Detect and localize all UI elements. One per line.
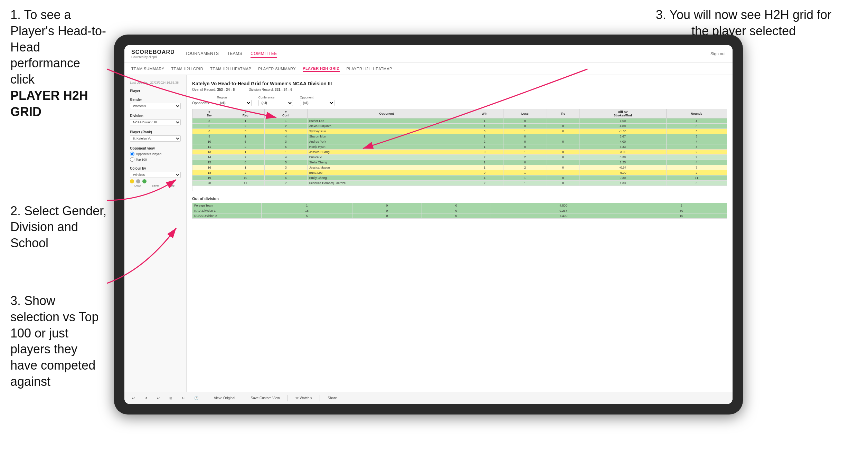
nav-committee[interactable]: COMMITTEE	[251, 50, 277, 58]
undo-btn[interactable]: ↩	[130, 395, 137, 401]
left-instructions: 1. To see a Player's Head-to-Head perfor…	[0, 0, 117, 407]
cell-rounds: 3	[666, 129, 727, 134]
out-cell-tie: 0	[422, 208, 491, 213]
filter-region-label: Region	[217, 96, 252, 99]
division-section: Division NCAA Division III NCAA Division…	[130, 114, 181, 125]
step1-text: 1. To see a Player's Head-to-Head perfor…	[10, 7, 107, 88]
watch-btn[interactable]: 👁 Watch ▾	[293, 395, 314, 401]
save-custom-view-btn[interactable]: Save Custom View	[249, 395, 282, 401]
cell-rounds: 3	[666, 144, 727, 150]
clock-btn[interactable]: 🕐	[192, 395, 200, 401]
out-cell-name: NAIA Division 1	[192, 208, 262, 213]
cell-reg: 1	[226, 150, 264, 155]
sub-nav-team-h2h-grid[interactable]: TEAM H2H GRID	[171, 66, 204, 72]
cell-win: 0	[466, 170, 503, 175]
sub-nav-team-h2h-heatmap[interactable]: TEAM H2H HEATMAP	[210, 66, 251, 72]
opponent-radio-group: Opponents Played Top 100	[130, 152, 181, 162]
cell-loss: 1	[503, 150, 547, 155]
sub-nav-player-h2h-heatmap[interactable]: PLAYER H2H HEATMAP	[347, 66, 392, 72]
cell-win: 1	[466, 165, 503, 170]
col-loss: Loss	[503, 109, 547, 118]
dot-up	[142, 179, 147, 183]
colour-legend-section: Colour by Win/loss Down Level Up	[130, 166, 181, 187]
table-row: 1613 Jessica Mason 120 -0.947	[192, 165, 727, 170]
crop-btn[interactable]: ⊞	[167, 395, 174, 401]
cell-conf: 1	[264, 118, 307, 124]
col-reg: #Reg	[226, 109, 264, 118]
sub-nav-player-h2h-grid[interactable]: PLAYER H2H GRID	[303, 66, 340, 72]
filter-opponent-select[interactable]: (All)	[300, 100, 334, 106]
cell-loss: 0	[503, 134, 547, 139]
table-row: 1311 Jessica Huang 010 -3.002	[192, 150, 727, 155]
undo2-btn[interactable]: ↩	[155, 395, 162, 401]
redo-btn[interactable]: ↺	[142, 395, 149, 401]
cell-win: 2	[466, 139, 503, 144]
colour-by-select[interactable]: Win/loss	[130, 172, 181, 178]
nav-teams[interactable]: TEAMS	[227, 50, 243, 58]
refresh-btn[interactable]: ↻	[180, 395, 187, 401]
cell-name: Jessica Huang	[307, 150, 466, 155]
radio-top-100[interactable]: Top 100	[130, 157, 181, 162]
cell-diff: 1.25	[579, 160, 666, 165]
step3-right-block: 3. You will now see H2H grid for the pla…	[647, 0, 840, 39]
sidebar: Last Updated: 27/03/2024 16:55:38 Player…	[124, 75, 187, 392]
cell-loss: 0	[503, 118, 547, 124]
filter-conference: Conference (All)	[258, 96, 293, 106]
legend-up: Up	[165, 184, 181, 187]
logo-text: SCOREBOARD	[131, 49, 175, 55]
sub-nav-team-summary[interactable]: TEAM SUMMARY	[131, 66, 164, 72]
cell-diff: 4.00	[579, 139, 666, 144]
radio-top-100-input[interactable]	[130, 157, 134, 162]
cell-reg: 1	[226, 134, 264, 139]
step3-left-block: 3. Show selection vs Top 100 or just pla…	[10, 293, 107, 390]
cell-conf: 5	[264, 144, 307, 150]
cell-name: Heejo Hyun	[307, 144, 466, 150]
cell-loss: 2	[503, 165, 547, 170]
gender-select[interactable]: Women's Men's	[130, 103, 181, 109]
cell-tie	[547, 160, 579, 165]
player-rank-select[interactable]: 8. Katelyn Vo	[130, 135, 181, 142]
colour-by-label: Colour by	[130, 166, 181, 170]
cell-loss: 1	[503, 175, 547, 181]
player-label: Player	[130, 89, 181, 93]
grid-area: Katelyn Vo Head-to-Head Grid for Women's…	[187, 75, 733, 392]
nav-sign-out[interactable]: Sign out	[710, 51, 726, 56]
cell-reg: 1	[226, 118, 264, 124]
cell-reg: 10	[226, 175, 264, 181]
out-cell-loss: 0	[352, 213, 422, 219]
table-row: NCAA Division 2 5 0 0 7.400 10	[192, 213, 727, 219]
table-row: 311 Esther Lee 10 1.504	[192, 118, 727, 124]
filter-conference-label: Conference	[258, 96, 293, 99]
division-select[interactable]: NCAA Division III NCAA Division I NCAA D…	[130, 119, 181, 125]
share-btn[interactable]: Share	[326, 395, 339, 401]
cell-div: 15	[192, 160, 226, 165]
table-row: 1063 Andrea York 200 4.004	[192, 139, 727, 144]
step3-left-text: 3. Show selection vs Top 100 or just pla…	[10, 293, 107, 390]
logo-area: SCOREBOARD Powered by clippd	[131, 49, 175, 59]
cell-win: 1	[466, 134, 503, 139]
col-tie: Tie	[547, 109, 579, 118]
out-cell-rounds: 2	[636, 203, 727, 208]
filter-conference-select[interactable]: (All)	[258, 100, 293, 106]
sub-nav-player-summary[interactable]: PLAYER SUMMARY	[258, 66, 296, 72]
out-division-title: Out of division	[192, 197, 727, 201]
dot-down	[130, 179, 134, 183]
radio-opponents-played-input[interactable]	[130, 152, 134, 156]
nav-tournaments[interactable]: TOURNAMENTS	[185, 50, 219, 58]
cell-loss: 1	[503, 129, 547, 134]
col-conf: #Conf	[264, 109, 307, 118]
radio-top-100-label: Top 100	[136, 158, 147, 161]
cell-conf: 5	[264, 160, 307, 165]
cell-div: 11	[192, 144, 226, 150]
cell-win: 1	[466, 144, 503, 150]
cell-name: Stella Cheng	[307, 160, 466, 165]
gender-label: Gender	[130, 98, 181, 102]
view-original-btn[interactable]: View: Original	[212, 395, 237, 401]
radio-opponents-played[interactable]: Opponents Played	[130, 152, 181, 156]
cell-rounds: 9	[666, 155, 727, 160]
filter-region-select[interactable]: (All)	[217, 100, 252, 106]
cell-diff: 1.33	[579, 181, 666, 186]
nav-bar: SCOREBOARD Powered by clippd TOURNAMENTS…	[124, 45, 733, 63]
opponent-view-section: Opponent view Opponents Played Top 100	[130, 146, 181, 162]
table-row-empty	[192, 186, 727, 191]
